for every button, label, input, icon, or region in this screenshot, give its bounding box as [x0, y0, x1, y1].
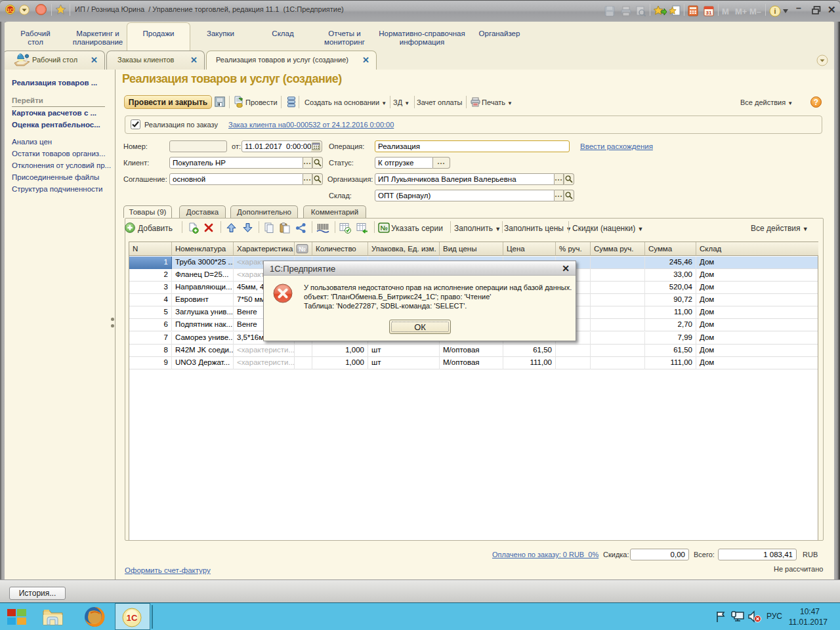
svg-text:№: №	[380, 224, 387, 232]
svg-text:№: №	[299, 245, 306, 253]
svg-text:?: ?	[814, 98, 818, 107]
svg-text:i: i	[774, 7, 776, 15]
svg-text:1C: 1C	[127, 613, 138, 623]
svg-text:1C: 1C	[7, 7, 13, 13]
svg-text:31: 31	[706, 10, 712, 16]
